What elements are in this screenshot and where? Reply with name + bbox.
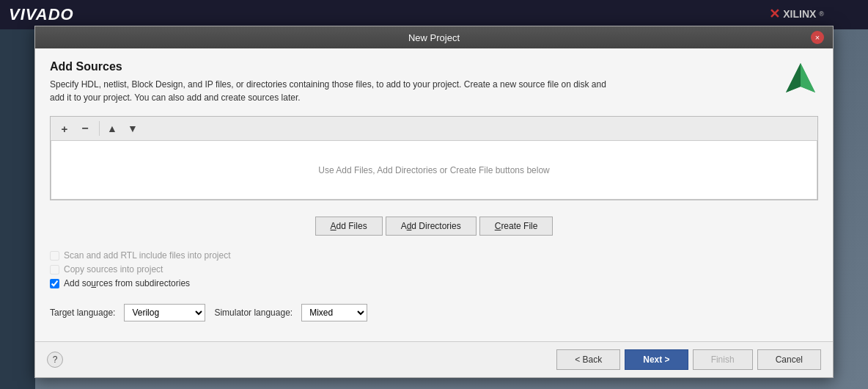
target-language-label: Target language: [50,308,115,318]
add-directories-label: Add Directories [401,221,461,231]
back-button[interactable]: < Back [556,349,620,370]
copy-sources-checkbox[interactable] [50,265,59,275]
xilinx-arrow-logo [783,60,818,95]
minus-icon: − [81,122,88,135]
header-text: Add Sources Specify HDL, netlist, Block … [50,60,774,104]
dialog-body: Add Sources Specify HDL, netlist, Block … [35,48,833,341]
file-list-area: Use Add Files, Add Directories or Create… [51,141,817,200]
add-files-button[interactable]: Add Files [315,217,383,236]
scan-rtl-checkbox[interactable] [50,251,59,261]
action-buttons-row: Add Files Add Directories Create File [50,217,818,236]
help-button[interactable]: ? [47,352,63,368]
svg-marker-2 [786,63,801,92]
sources-panel: + − ▲ ▼ Use Add Files, Add Directories [50,116,818,200]
copy-sources-row: Copy sources into project [50,264,818,275]
svg-marker-1 [801,63,815,92]
empty-list-message: Use Add Files, Add Directories or Create… [318,165,549,175]
scan-rtl-label: Scan and add RTL include files into proj… [64,250,230,261]
toolbar-separator [99,121,100,136]
dialog-overlay: New Project × Add Sources Specify HDL, n… [0,0,868,389]
dialog-footer: ? < Back Next > Finish Cancel [35,341,833,377]
finish-button[interactable]: Finish [693,349,753,370]
add-files-label: Add Files [331,221,367,231]
remove-source-button[interactable]: − [76,120,95,137]
simulator-language-label: Simulator language: [214,308,293,318]
simulator-language-select[interactable]: Mixed Verilog VHDL [301,304,367,321]
arrow-up-icon: ▲ [107,123,117,134]
dialog-title: New Project [57,32,811,43]
next-button[interactable]: Next > [625,349,688,370]
header-desc-line1: Specify HDL, netlist, Block Design, and … [50,79,606,90]
cancel-button[interactable]: Cancel [757,349,821,370]
footer-right: < Back Next > Finish Cancel [556,349,821,370]
target-language-select[interactable]: Verilog VHDL SystemVerilog [124,304,205,321]
add-subdirs-label: Add sources from subdirectories [64,278,190,288]
add-subdirs-row: Add sources from subdirectories [50,278,818,288]
close-button[interactable]: × [811,31,824,44]
create-file-button[interactable]: Create File [479,217,553,236]
scan-rtl-row: Scan and add RTL include files into proj… [50,250,818,261]
add-directories-button[interactable]: Add Directories [386,217,477,236]
create-file-label: Create File [495,221,538,231]
add-source-button[interactable]: + [55,120,74,137]
header-section: Add Sources Specify HDL, netlist, Block … [50,60,818,104]
add-subdirs-checkbox[interactable] [50,279,59,288]
page-title: Add Sources [50,60,774,73]
checkboxes-section: Scan and add RTL include files into proj… [50,250,818,292]
toolbar-row: + − ▲ ▼ [51,117,817,141]
dialog-titlebar: New Project × [35,26,833,48]
move-up-button[interactable]: ▲ [103,120,122,137]
move-down-button[interactable]: ▼ [123,120,142,137]
language-row: Target language: Verilog VHDL SystemVeri… [50,304,818,321]
copy-sources-label: Copy sources into project [64,264,163,275]
header-desc-line2: add it to your project. You can also add… [50,92,301,103]
footer-left: ? [47,352,63,368]
header-description: Specify HDL, netlist, Block Design, and … [50,78,774,104]
arrow-down-icon: ▼ [128,123,138,134]
plus-icon: + [62,123,68,135]
new-project-dialog: New Project × Add Sources Specify HDL, n… [34,26,834,378]
